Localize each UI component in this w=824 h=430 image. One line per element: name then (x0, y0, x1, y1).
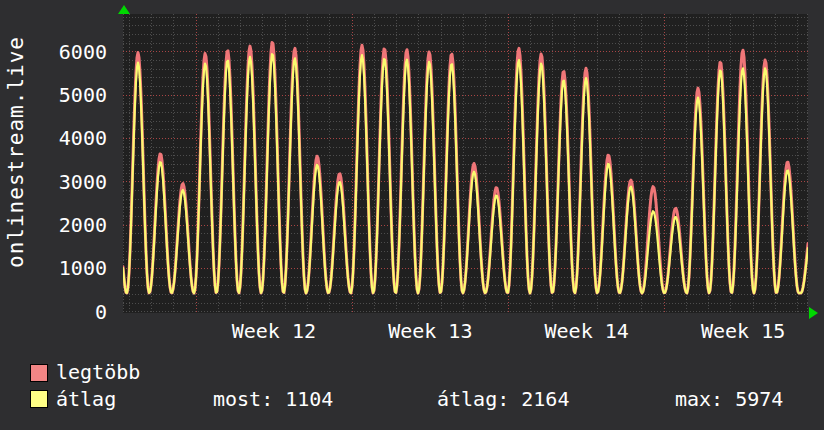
x-tick-label-week: Week 12 (194, 320, 354, 342)
plot-area (123, 14, 808, 313)
y-axis-arrow-icon (118, 5, 130, 14)
y-tick-label-1000: 1000 (17, 258, 107, 278)
y-tick-label-6000: 6000 (17, 42, 107, 62)
x-axis-arrow-icon (809, 307, 818, 319)
rrd-graph-page: { "title": { "vertical_label": "onlinest… (0, 0, 824, 430)
legend-swatch-legtobb (30, 364, 48, 382)
y-tick-label-3000: 3000 (17, 172, 107, 192)
y-tick-label-2000: 2000 (17, 215, 107, 235)
legend-label-atlag: átlag (56, 388, 116, 410)
stat-atlag: átlag: 2164 (437, 388, 569, 410)
y-tick-label-4000: 4000 (17, 128, 107, 148)
x-tick-label-week: Week 14 (507, 320, 667, 342)
legend-swatch-atlag (30, 390, 48, 408)
y-tick-label-5000: 5000 (17, 85, 107, 105)
legend-label-legtobb: legtöbb (56, 361, 140, 383)
x-tick-label-week: Week 15 (663, 320, 823, 342)
y-tick-label-0: 0 (17, 302, 107, 322)
stat-most: most: 1104 (213, 388, 333, 410)
x-tick-label-week: Week 13 (350, 320, 510, 342)
stat-max: max: 5974 (675, 388, 783, 410)
